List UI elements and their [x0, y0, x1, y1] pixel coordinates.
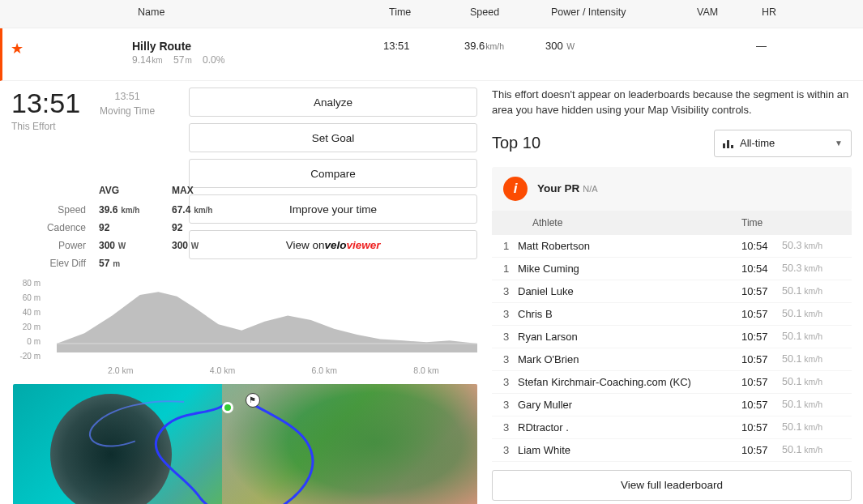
- elev-y-tick: 20 m: [11, 322, 41, 331]
- leaderboard-row[interactable]: 3Chris B10:5750.1 km/h: [492, 303, 852, 326]
- elev-y-tick: -20 m: [11, 352, 41, 361]
- hdr-power: Power / Intensity: [551, 6, 697, 18]
- compare-button[interactable]: Compare: [189, 159, 477, 188]
- leaderboard: Athlete Time 1Matt Robertson10:5450.3 km…: [492, 211, 852, 462]
- elev-x-tick: 8.0 km: [413, 365, 439, 375]
- leaderboard-row[interactable]: 3Gary Muller10:5750.1 km/h: [492, 394, 852, 416]
- leaderboard-notice: This effort doesn't appear on leaderboar…: [492, 88, 852, 118]
- leaderboard-row[interactable]: 3Stefan Kirchmair-Coaching.com (KC)10:57…: [492, 371, 852, 394]
- map-start-marker-icon: [222, 402, 233, 413]
- map-finish-marker-icon: [246, 393, 260, 408]
- segment-row[interactable]: ★ Hilly Route 9.14km 57m 0.0% 13:51 39.6…: [0, 28, 863, 81]
- hdr-name: Name: [138, 6, 389, 18]
- star-icon[interactable]: ★: [11, 40, 30, 58]
- leaderboard-row[interactable]: 1Mike Cuming10:5450.3 km/h: [492, 258, 852, 280]
- elev-y-tick: 0 m: [11, 337, 41, 346]
- effort-time: 13:51: [11, 88, 80, 119]
- hdr-hr: HR: [762, 6, 810, 18]
- elevation-chart: 80 m60 m40 m20 m0 m-20 m 2.0 km4.0 km6.0…: [11, 279, 477, 376]
- leaderboard-row[interactable]: 3Liam White10:5750.1 km/h: [492, 439, 852, 462]
- segment-subline: 9.14km 57m 0.0%: [132, 54, 383, 66]
- chevron-down-icon: ▼: [835, 139, 843, 147]
- leaderboard-row[interactable]: 3Daniel Luke10:5750.1 km/h: [492, 280, 852, 303]
- leaderboard-row[interactable]: 3Mark O'Brien10:5750.1 km/h: [492, 348, 852, 371]
- segment-list-header: Name Time Speed Power / Intensity VAM HR: [0, 0, 863, 28]
- elev-y-tick: 80 m: [11, 279, 41, 288]
- lb-hdr-time: Time: [741, 217, 790, 229]
- moving-time: 13:51: [100, 91, 155, 102]
- leaderboard-row[interactable]: 1Matt Robertson10:5450.3 km/h: [492, 235, 852, 258]
- timeframe-selector[interactable]: All-time ▼: [714, 130, 852, 157]
- moving-time-label: Moving Time: [100, 105, 155, 117]
- stat-row: Elev Diff57 m: [26, 258, 253, 269]
- view-full-leaderboard-button[interactable]: View full leaderboard: [492, 470, 852, 501]
- hdr-time: Time: [389, 6, 470, 18]
- set-goal-button[interactable]: Set Goal: [189, 123, 477, 152]
- segment-speed: 39.6km/h: [464, 40, 545, 52]
- lb-hdr-athlete: Athlete: [532, 217, 741, 229]
- leaderboard-row[interactable]: 3Ryan Larson10:5750.1 km/h: [492, 326, 852, 348]
- stat-row: Cadence9292: [26, 222, 253, 233]
- elev-y-tick: 40 m: [11, 308, 41, 317]
- elev-x-tick: 2.0 km: [108, 365, 134, 375]
- stat-row: Power300 W300 W: [26, 240, 253, 251]
- segment-name: Hilly Route: [132, 40, 383, 53]
- analyze-button[interactable]: Analyze: [189, 88, 477, 117]
- leaderboard-row[interactable]: 3RDtractor .10:5750.1 km/h: [492, 416, 852, 439]
- pr-badge-icon: i: [503, 177, 528, 201]
- effort-time-label: This Effort: [11, 121, 80, 132]
- elev-x-tick: 6.0 km: [312, 365, 338, 375]
- bars-icon: [723, 139, 733, 148]
- your-pr-row[interactable]: i Your PRN/A: [492, 167, 852, 211]
- hdr-speed: Speed: [470, 6, 551, 18]
- segment-hr: —: [756, 40, 805, 52]
- elev-y-tick: 60 m: [11, 293, 41, 302]
- elev-x-tick: 4.0 km: [210, 365, 236, 375]
- top10-title: Top 10: [492, 134, 540, 152]
- hdr-vam: VAM: [697, 6, 762, 18]
- segment-map[interactable]: [13, 384, 477, 504]
- stat-row: Speed39.6 km/h67.4 km/h: [26, 204, 253, 216]
- segment-power: 300 W: [545, 40, 691, 52]
- segment-time: 13:51: [383, 40, 464, 52]
